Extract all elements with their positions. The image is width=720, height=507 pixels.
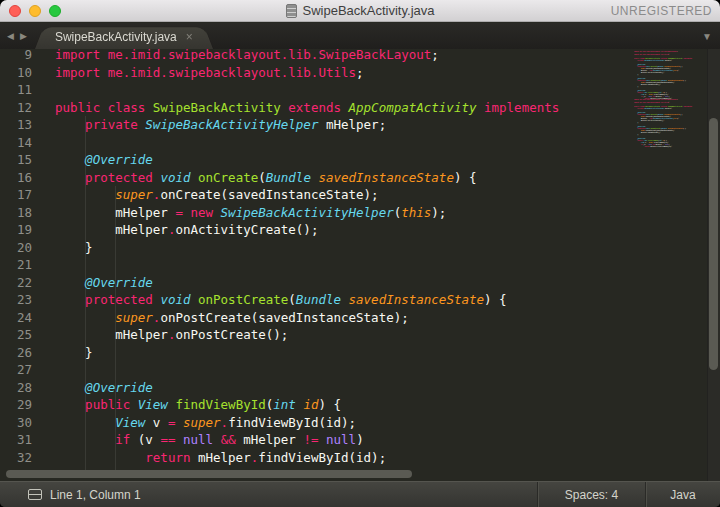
close-window-button[interactable] [9, 5, 21, 17]
code-text[interactable]: import me.imid.swipebacklayout.lib.Swipe… [634, 51, 692, 99]
code-line[interactable]: public class SwipeBackActivity extends A… [55, 99, 559, 117]
line-number: 14 [0, 134, 32, 152]
code-line[interactable]: if (v == null && mHelper != null) [55, 431, 559, 449]
minimize-window-button[interactable] [29, 5, 41, 17]
line-number: 21 [0, 256, 32, 274]
line-number: 12 [0, 99, 32, 117]
line-number: 18 [0, 204, 32, 222]
line-number: 32 [0, 449, 32, 467]
line-number: 29 [0, 396, 32, 414]
code-text[interactable]: import me.imid.swipebacklayout.lib.Swipe… [55, 49, 559, 466]
zoom-window-button[interactable] [49, 5, 61, 17]
code-line[interactable]: @Override [55, 274, 559, 292]
code-line[interactable]: protected void onCreate(Bundle savedInst… [55, 169, 559, 187]
tab-label: SwipeBackActivity.java [55, 30, 177, 44]
code-line[interactable] [55, 134, 559, 152]
code-line[interactable]: @Override [55, 379, 559, 397]
title-bar: SwipeBackActivity.java UNREGISTERED [0, 0, 720, 22]
cursor-position-label: Line 1, Column 1 [50, 488, 141, 502]
code-line[interactable]: protected void onPostCreate(Bundle saved… [55, 291, 559, 309]
horizontal-scrollbar-thumb[interactable] [6, 470, 412, 478]
tab-overflow-icon[interactable]: ▼ [702, 31, 712, 42]
status-left: Line 1, Column 1 [0, 488, 537, 502]
line-number: 31 [0, 431, 32, 449]
line-number: 30 [0, 414, 32, 432]
code-line[interactable]: super.onPostCreate(savedInstanceState); [55, 309, 559, 327]
app-window: SwipeBackActivity.java UNREGISTERED ◀ ▶ … [0, 0, 720, 507]
tab-inner: SwipeBackActivity.java × [35, 25, 213, 49]
minimap[interactable]: import me.imid.swipebacklayout.lib.Swipe… [634, 49, 706, 481]
line-number: 20 [0, 239, 32, 257]
line-number: 22 [0, 274, 32, 292]
code-line[interactable] [55, 361, 559, 379]
vertical-scrollbar-thumb[interactable] [709, 118, 718, 370]
code-line[interactable]: private SwipeBackActivityHelper mHelper; [55, 116, 559, 134]
unregistered-label: UNREGISTERED [611, 4, 712, 18]
code-line[interactable]: mHelper = new SwipeBackActivityHelper(th… [55, 204, 559, 222]
code-line[interactable]: public View findViewById(int id) { [55, 396, 559, 414]
line-number: 13 [0, 116, 32, 134]
line-number: 10 [0, 64, 32, 82]
tab-scroll-forward-icon[interactable]: ▶ [20, 31, 27, 41]
code-line[interactable]: } [55, 344, 559, 362]
traffic-lights [9, 5, 61, 17]
code-text[interactable]: import me.imid.swipebacklayout.lib.Swipe… [634, 99, 692, 147]
code-line[interactable]: super.onCreate(savedInstanceState); [55, 186, 559, 204]
indentation-menu[interactable]: Spaces: 4 [537, 482, 645, 507]
line-number: 23 [0, 291, 32, 309]
window-title: SwipeBackActivity.java [303, 3, 435, 18]
tab-close-icon[interactable]: × [186, 31, 193, 43]
code-line[interactable]: View v = super.findViewById(id); [55, 414, 559, 432]
line-number: 15 [0, 151, 32, 169]
code-line[interactable]: return mHelper.findViewById(id); [55, 449, 559, 467]
tab-swipebackactivity[interactable]: SwipeBackActivity.java × [35, 25, 213, 49]
line-number: 16 [0, 169, 32, 187]
line-number: 25 [0, 326, 32, 344]
line-number: 28 [0, 379, 32, 397]
tab-scroll-back-icon[interactable]: ◀ [7, 31, 14, 41]
line-number: 11 [0, 81, 32, 99]
tab-bar: ◀ ▶ SwipeBackActivity.java × ▼ [0, 23, 720, 49]
spaces-label: Spaces: 4 [565, 488, 618, 502]
document-icon [286, 4, 297, 18]
code-line[interactable]: import me.imid.swipebacklayout.lib.Utils… [55, 64, 559, 82]
code-line[interactable] [55, 81, 559, 99]
syntax-menu[interactable]: Java [645, 482, 720, 507]
line-number: 19 [0, 221, 32, 239]
panel-toggle-icon[interactable] [28, 489, 42, 500]
line-number: 26 [0, 344, 32, 362]
status-bar: Line 1, Column 1 Spaces: 4 Java [0, 481, 720, 507]
code-line[interactable]: } [55, 239, 559, 257]
editor: 9101112131415161718192021222324252627282… [0, 49, 720, 481]
code-line[interactable]: mHelper.onActivityCreate(); [55, 221, 559, 239]
code-line[interactable]: import me.imid.swipebacklayout.lib.Swipe… [55, 49, 559, 64]
line-number: 27 [0, 361, 32, 379]
code-line[interactable] [55, 256, 559, 274]
gutter: 9101112131415161718192021222324252627282… [0, 49, 32, 466]
code-line[interactable]: @Override [55, 151, 559, 169]
tab-nav: ◀ ▶ [0, 23, 35, 49]
line-number: 24 [0, 309, 32, 327]
syntax-label: Java [670, 488, 695, 502]
line-number: 17 [0, 186, 32, 204]
code-line[interactable]: mHelper.onPostCreate(); [55, 326, 559, 344]
line-number: 9 [0, 49, 32, 64]
